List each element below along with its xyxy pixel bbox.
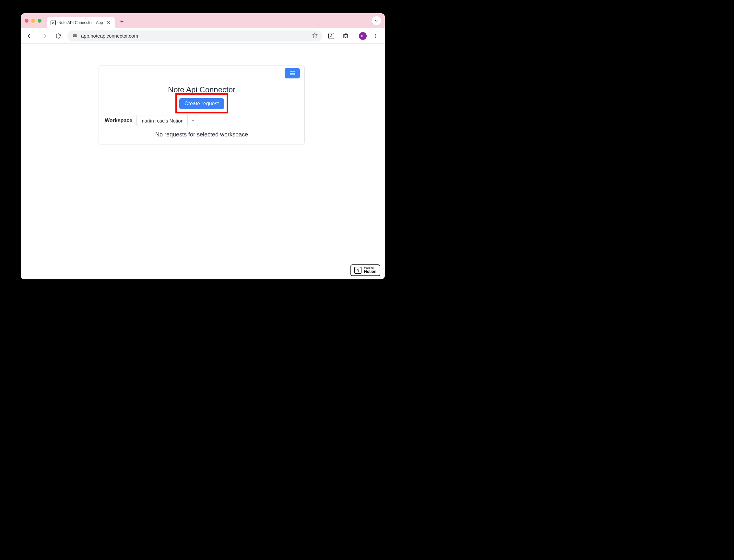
forward-button[interactable] [39, 31, 49, 41]
close-tab-icon[interactable]: ✕ [107, 20, 111, 26]
close-window-button[interactable] [25, 19, 29, 23]
extensions-puzzle-icon[interactable] [340, 31, 351, 41]
notion-badge-text: Made for Notion [364, 267, 377, 274]
app-title: Note Api Connector [105, 85, 298, 94]
browser-window: A Note API Connector - App ✕ + app.notea… [21, 13, 385, 279]
menu-toggle-button[interactable] [285, 68, 300, 78]
maximize-window-button[interactable] [38, 19, 41, 23]
workspace-row: Workspace martin rose's Notion [105, 115, 298, 126]
new-tab-button[interactable]: + [117, 17, 126, 26]
made-for-notion-badge[interactable]: N Made for Notion [350, 264, 380, 276]
create-button-wrap: Create request [105, 98, 298, 109]
svg-marker-6 [312, 33, 317, 37]
svg-point-7 [376, 34, 377, 35]
site-info-icon[interactable] [72, 33, 78, 39]
app-card-body: Note Api Connector Create request Worksp… [99, 81, 304, 145]
workspace-select[interactable]: martin rose's Notion [136, 115, 198, 126]
chevron-down-icon [187, 115, 198, 126]
tab-search-button[interactable] [372, 16, 381, 25]
svg-point-8 [376, 35, 377, 36]
svg-point-4 [74, 35, 74, 35]
window-controls [25, 19, 41, 23]
svg-point-9 [376, 37, 377, 38]
address-bar: app.noteapiconnector.com A m [21, 28, 385, 44]
empty-state-message: No requests for selected workspace [105, 131, 298, 138]
profile-avatar[interactable]: m [359, 32, 367, 40]
url-text: app.noteapiconnector.com [81, 33, 309, 39]
svg-point-5 [74, 36, 74, 36]
workspace-label: Workspace [105, 118, 132, 123]
app-card-header [99, 65, 304, 81]
tab-title: Note API Connector - App [58, 20, 104, 25]
app-card: Note Api Connector Create request Worksp… [99, 65, 305, 145]
page-content: Note Api Connector Create request Worksp… [21, 44, 385, 279]
notion-logo-icon: N [354, 267, 361, 274]
extension-a-icon[interactable]: A [326, 31, 336, 41]
minimize-window-button[interactable] [31, 19, 35, 23]
url-bar[interactable]: app.noteapiconnector.com [67, 30, 322, 41]
back-button[interactable] [25, 31, 35, 41]
bookmark-star-icon[interactable] [312, 32, 318, 40]
notion-badge-big-text: Notion [364, 270, 377, 274]
create-request-button[interactable]: Create request [179, 98, 224, 109]
tab-bar: A Note API Connector - App ✕ + [21, 13, 385, 28]
tab-favicon-icon: A [51, 20, 56, 25]
browser-tab[interactable]: A Note API Connector - App ✕ [47, 17, 115, 28]
browser-menu-icon[interactable] [371, 31, 381, 41]
workspace-selected-value: martin rose's Notion [136, 118, 187, 123]
reload-button[interactable] [53, 31, 64, 41]
toolbar-divider [355, 33, 355, 39]
